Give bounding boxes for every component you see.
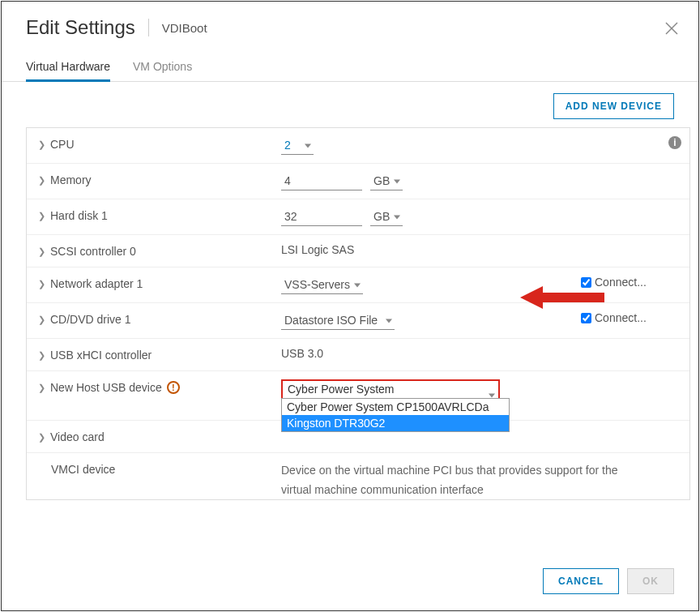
cpu-select[interactable]: 2 bbox=[281, 136, 314, 155]
tab-virtual-hardware[interactable]: Virtual Hardware bbox=[26, 53, 110, 81]
chevron-right-icon[interactable]: ❯ bbox=[38, 279, 45, 289]
cancel-button[interactable]: CANCEL bbox=[543, 568, 619, 594]
network-select[interactable]: VSS-Servers bbox=[281, 276, 363, 294]
close-icon[interactable] bbox=[664, 21, 679, 39]
dialog-header: Edit Settings VDIBoot bbox=[2, 2, 698, 49]
row-memory: ❯ Memory GB bbox=[27, 163, 689, 199]
network-connect-label: Connect... bbox=[595, 276, 647, 289]
memory-label: Memory bbox=[50, 173, 92, 186]
title-divider bbox=[148, 19, 149, 36]
video-label: Video card bbox=[50, 430, 105, 443]
memory-unit-select[interactable]: GB bbox=[370, 172, 403, 190]
ok-button: OK bbox=[627, 568, 674, 594]
usb-device-dropdown: Cyber Power System CP1500AVRLCDa Kingsto… bbox=[281, 398, 510, 432]
chevron-right-icon[interactable]: ❯ bbox=[38, 315, 45, 325]
usbctl-label: USB xHCI controller bbox=[50, 349, 152, 362]
toolbar: ADD NEW DEVICE bbox=[2, 82, 698, 127]
row-usb-controller: ❯ USB xHCI controller USB 3.0 bbox=[27, 338, 689, 370]
net-label: Network adapter 1 bbox=[50, 277, 143, 290]
hdd-label: Hard disk 1 bbox=[50, 209, 108, 222]
row-new-host-usb: ❯ New Host USB device ! Cyber Power Syst… bbox=[27, 370, 689, 420]
dialog-title: Edit Settings bbox=[26, 16, 135, 39]
chevron-right-icon[interactable]: ❯ bbox=[38, 383, 45, 393]
usbdev-label: New Host USB device bbox=[50, 381, 162, 394]
warning-icon: ! bbox=[167, 381, 180, 394]
dialog-footer: CANCEL OK bbox=[2, 552, 698, 610]
row-scsi: ❯ SCSI controller 0 LSI Logic SAS bbox=[27, 234, 689, 267]
row-hard-disk: ❯ Hard disk 1 GB bbox=[27, 199, 689, 234]
add-new-device-button[interactable]: ADD NEW DEVICE bbox=[553, 93, 674, 119]
vmci-description: Device on the virtual machine PCI bus th… bbox=[281, 461, 630, 500]
scsi-label: SCSI controller 0 bbox=[50, 245, 136, 258]
hdd-input[interactable] bbox=[281, 208, 362, 226]
vmci-label: VMCI device bbox=[51, 463, 115, 476]
edit-settings-dialog: Edit Settings VDIBoot Virtual Hardware V… bbox=[1, 1, 699, 611]
network-connect-checkbox[interactable] bbox=[581, 277, 591, 288]
chevron-right-icon[interactable]: ❯ bbox=[38, 211, 45, 221]
chevron-right-icon[interactable]: ❯ bbox=[38, 246, 45, 257]
row-cd-dvd: ❯ CD/DVD drive 1 Datastore ISO File Conn… bbox=[27, 302, 689, 338]
cd-label: CD/DVD drive 1 bbox=[50, 313, 131, 326]
tab-vm-options[interactable]: VM Options bbox=[133, 53, 192, 81]
cd-connect-label: Connect... bbox=[595, 311, 647, 324]
chevron-right-icon[interactable]: ❯ bbox=[38, 139, 45, 150]
vm-name: VDIBoot bbox=[162, 21, 207, 35]
usb-option-1[interactable]: Kingston DTR30G2 bbox=[282, 415, 509, 431]
cpu-label: CPU bbox=[50, 138, 75, 151]
cd-connect-checkbox[interactable] bbox=[581, 313, 591, 323]
row-cpu: ❯ CPU 2 i bbox=[27, 128, 689, 163]
usbctl-value: USB 3.0 bbox=[281, 347, 323, 360]
hdd-unit-select[interactable]: GB bbox=[370, 208, 403, 226]
memory-input[interactable] bbox=[281, 172, 362, 190]
chevron-down-icon bbox=[489, 394, 495, 398]
info-icon[interactable]: i bbox=[668, 136, 681, 149]
chevron-right-icon[interactable]: ❯ bbox=[38, 175, 45, 186]
tab-bar: Virtual Hardware VM Options bbox=[2, 53, 698, 82]
chevron-right-icon[interactable]: ❯ bbox=[38, 350, 45, 361]
hardware-list[interactable]: ❯ CPU 2 i ❯ Memory GB bbox=[26, 127, 690, 500]
scsi-value: LSI Logic SAS bbox=[281, 243, 354, 256]
usb-option-0[interactable]: Cyber Power System CP1500AVRLCDa bbox=[282, 399, 509, 415]
row-network-adapter: ❯ Network adapter 1 VSS-Servers Connect.… bbox=[27, 267, 689, 302]
cd-select[interactable]: Datastore ISO File bbox=[281, 311, 395, 330]
row-vmci: VMCI device Device on the virtual machin… bbox=[27, 452, 689, 500]
chevron-right-icon[interactable]: ❯ bbox=[38, 432, 45, 443]
